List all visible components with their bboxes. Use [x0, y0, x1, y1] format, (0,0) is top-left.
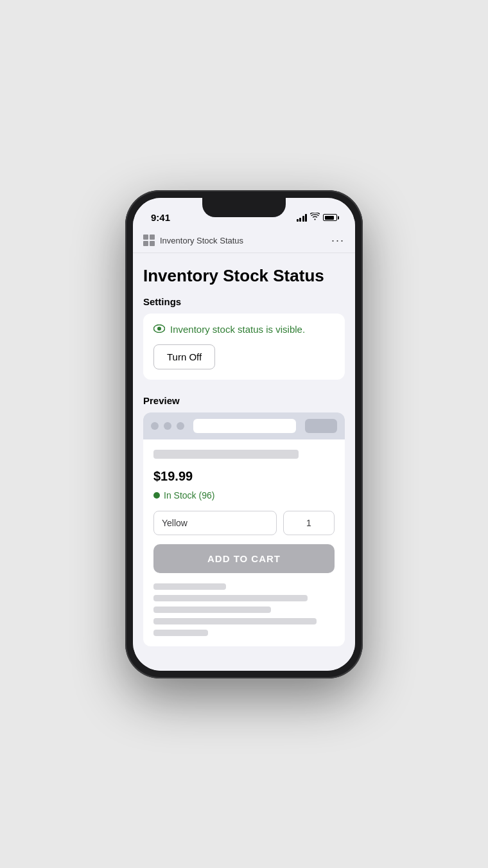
page-title: Inventory Stock Status [143, 266, 345, 286]
app-header-title: Inventory Stock Status [160, 236, 243, 245]
status-time: 9:41 [151, 212, 170, 223]
page-content: Inventory Stock Status Settings Inventor… [133, 253, 355, 671]
browser-btn-placeholder [305, 419, 337, 433]
browser-dot-2 [164, 422, 171, 430]
notch [202, 198, 286, 217]
browser-address-bar [193, 419, 296, 433]
app-header-left: Inventory Stock Status [143, 235, 243, 246]
preview-content: $19.99 In Stock (96) Yellow 1 ADD TO CAR… [143, 439, 345, 646]
browser-bar [143, 412, 345, 439]
app-header: Inventory Stock Status ··· [133, 229, 355, 253]
wifi-icon [310, 213, 320, 222]
placeholder-line-4 [153, 618, 317, 624]
settings-heading: Settings [143, 296, 345, 307]
preview-card: $19.99 In Stock (96) Yellow 1 ADD TO CAR… [143, 412, 345, 646]
browser-dot-3 [177, 422, 184, 430]
phone-screen: 9:41 [133, 198, 355, 671]
placeholder-line-5 [153, 630, 208, 636]
turn-off-button[interactable]: Turn Off [153, 344, 215, 369]
eye-icon [153, 324, 165, 335]
visibility-status: Inventory stock status is visible. [153, 324, 335, 335]
variant-row: Yellow 1 [153, 511, 335, 535]
stock-dot [153, 492, 160, 499]
placeholder-line-1 [153, 583, 226, 590]
phone-device: 9:41 [125, 190, 363, 678]
browser-dot-1 [151, 422, 159, 430]
placeholder-line-3 [153, 607, 271, 613]
placeholder-line-2 [153, 595, 308, 601]
stock-status: In Stock (96) [153, 490, 335, 500]
add-to-cart-button[interactable]: ADD TO CART [153, 544, 335, 573]
quantity-input[interactable]: 1 [283, 511, 335, 535]
visible-status-text: Inventory stock status is visible. [170, 324, 305, 335]
grid-icon [143, 235, 155, 246]
battery-icon [323, 214, 337, 221]
stock-text: In Stock (96) [164, 490, 214, 500]
signal-icon [297, 214, 308, 222]
svg-point-1 [157, 326, 161, 330]
description-placeholders [153, 583, 335, 636]
product-price: $19.99 [153, 469, 335, 484]
more-options-icon[interactable]: ··· [331, 234, 345, 247]
status-icons [297, 213, 338, 222]
variant-selector[interactable]: Yellow [153, 511, 277, 535]
settings-card: Inventory stock status is visible. Turn … [143, 314, 345, 380]
preview-heading: Preview [143, 395, 345, 406]
product-image-placeholder [153, 450, 299, 459]
